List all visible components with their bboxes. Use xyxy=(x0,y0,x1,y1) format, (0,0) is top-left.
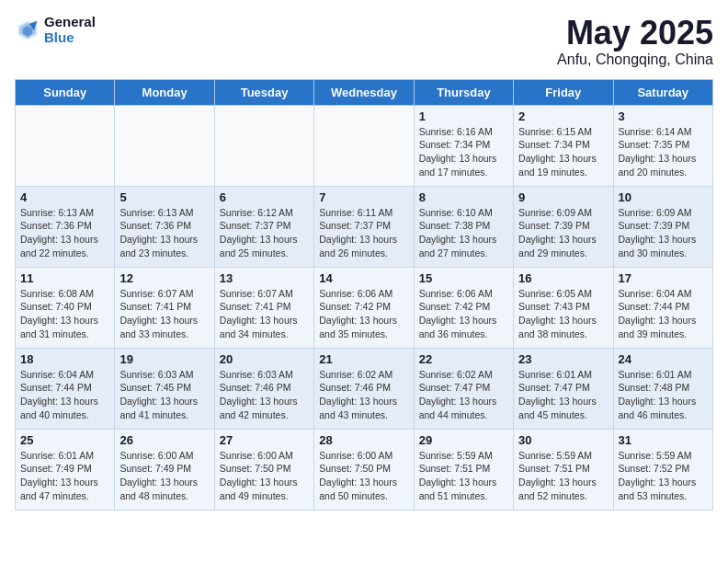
logo-icon xyxy=(15,17,40,43)
day-content: Sunrise: 6:02 AMSunset: 7:47 PMDaylight:… xyxy=(419,368,508,422)
day-number: 19 xyxy=(119,352,209,366)
calendar-header: SundayMondayTuesdayWednesdayThursdayFrid… xyxy=(16,79,713,105)
day-number: 23 xyxy=(518,352,608,366)
calendar-cell: 30Sunrise: 5:59 AMSunset: 7:51 PMDayligh… xyxy=(514,429,613,510)
day-content: Sunrise: 5:59 AMSunset: 7:51 PMDaylight:… xyxy=(518,449,608,503)
day-number: 24 xyxy=(619,352,708,366)
day-content: Sunrise: 6:07 AMSunset: 7:41 PMDaylight:… xyxy=(119,287,209,341)
day-header-saturday: Saturday xyxy=(613,79,712,105)
day-content: Sunrise: 6:10 AMSunset: 7:38 PMDaylight:… xyxy=(419,206,508,260)
day-content: Sunrise: 6:09 AMSunset: 7:39 PMDaylight:… xyxy=(518,206,608,260)
calendar-week-2: 4Sunrise: 6:13 AMSunset: 7:36 PMDaylight… xyxy=(16,186,713,267)
calendar-cell: 21Sunrise: 6:02 AMSunset: 7:46 PMDayligh… xyxy=(314,348,414,429)
day-content: Sunrise: 6:04 AMSunset: 7:44 PMDaylight:… xyxy=(619,287,708,341)
day-number: 16 xyxy=(518,271,608,285)
calendar-cell: 12Sunrise: 6:07 AMSunset: 7:41 PMDayligh… xyxy=(115,267,214,348)
day-content: Sunrise: 6:00 AMSunset: 7:50 PMDaylight:… xyxy=(319,449,408,503)
day-number: 11 xyxy=(20,271,109,285)
calendar-cell: 16Sunrise: 6:05 AMSunset: 7:43 PMDayligh… xyxy=(514,267,613,348)
header-row: SundayMondayTuesdayWednesdayThursdayFrid… xyxy=(16,79,713,105)
calendar-body: 1Sunrise: 6:16 AMSunset: 7:34 PMDaylight… xyxy=(16,105,713,510)
day-content: Sunrise: 6:07 AMSunset: 7:41 PMDaylight:… xyxy=(220,287,309,341)
day-content: Sunrise: 6:01 AMSunset: 7:47 PMDaylight:… xyxy=(518,368,608,422)
logo-general-text: General xyxy=(44,15,96,30)
calendar-cell: 13Sunrise: 6:07 AMSunset: 7:41 PMDayligh… xyxy=(214,267,313,348)
calendar-week-3: 11Sunrise: 6:08 AMSunset: 7:40 PMDayligh… xyxy=(16,267,713,348)
day-content: Sunrise: 6:09 AMSunset: 7:39 PMDaylight:… xyxy=(619,206,708,260)
day-number: 9 xyxy=(518,190,608,204)
calendar-cell: 7Sunrise: 6:11 AMSunset: 7:37 PMDaylight… xyxy=(314,186,414,267)
title-block: May 2025 Anfu, Chongqing, China xyxy=(557,15,713,68)
day-number: 31 xyxy=(619,433,708,447)
calendar-cell: 4Sunrise: 6:13 AMSunset: 7:36 PMDaylight… xyxy=(16,186,115,267)
day-content: Sunrise: 6:03 AMSunset: 7:45 PMDaylight:… xyxy=(119,368,209,422)
calendar-cell: 15Sunrise: 6:06 AMSunset: 7:42 PMDayligh… xyxy=(414,267,513,348)
day-number: 13 xyxy=(220,271,309,285)
calendar-cell: 27Sunrise: 6:00 AMSunset: 7:50 PMDayligh… xyxy=(214,429,313,510)
day-number: 17 xyxy=(619,271,708,285)
calendar-cell xyxy=(115,105,214,186)
calendar-week-5: 25Sunrise: 6:01 AMSunset: 7:49 PMDayligh… xyxy=(16,429,713,510)
calendar-cell: 8Sunrise: 6:10 AMSunset: 7:38 PMDaylight… xyxy=(414,186,513,267)
day-number: 3 xyxy=(619,109,708,123)
day-content: Sunrise: 5:59 AMSunset: 7:51 PMDaylight:… xyxy=(419,449,508,503)
day-content: Sunrise: 5:59 AMSunset: 7:52 PMDaylight:… xyxy=(619,449,708,503)
day-number: 20 xyxy=(220,352,309,366)
day-number: 30 xyxy=(518,433,608,447)
day-number: 25 xyxy=(20,433,109,447)
calendar-cell: 11Sunrise: 6:08 AMSunset: 7:40 PMDayligh… xyxy=(16,267,115,348)
calendar-cell: 2Sunrise: 6:15 AMSunset: 7:34 PMDaylight… xyxy=(514,105,613,186)
calendar-cell: 14Sunrise: 6:06 AMSunset: 7:42 PMDayligh… xyxy=(314,267,414,348)
day-number: 12 xyxy=(119,271,209,285)
day-number: 2 xyxy=(518,109,608,123)
calendar-cell: 22Sunrise: 6:02 AMSunset: 7:47 PMDayligh… xyxy=(414,348,513,429)
day-number: 8 xyxy=(419,190,508,204)
calendar-cell: 1Sunrise: 6:16 AMSunset: 7:34 PMDaylight… xyxy=(414,105,513,186)
calendar-week-4: 18Sunrise: 6:04 AMSunset: 7:44 PMDayligh… xyxy=(16,348,713,429)
day-content: Sunrise: 6:12 AMSunset: 7:37 PMDaylight:… xyxy=(220,206,309,260)
day-number: 1 xyxy=(419,109,508,123)
day-number: 28 xyxy=(319,433,408,447)
calendar-cell xyxy=(16,105,115,186)
calendar-cell: 17Sunrise: 6:04 AMSunset: 7:44 PMDayligh… xyxy=(613,267,712,348)
logo-text: General Blue xyxy=(44,15,96,45)
day-number: 18 xyxy=(20,352,109,366)
calendar-cell: 23Sunrise: 6:01 AMSunset: 7:47 PMDayligh… xyxy=(514,348,613,429)
day-number: 21 xyxy=(319,352,408,366)
calendar-cell: 31Sunrise: 5:59 AMSunset: 7:52 PMDayligh… xyxy=(613,429,712,510)
day-content: Sunrise: 6:00 AMSunset: 7:49 PMDaylight:… xyxy=(119,449,209,503)
calendar-cell: 29Sunrise: 5:59 AMSunset: 7:51 PMDayligh… xyxy=(414,429,513,510)
calendar-cell: 19Sunrise: 6:03 AMSunset: 7:45 PMDayligh… xyxy=(115,348,214,429)
day-number: 15 xyxy=(419,271,508,285)
day-number: 10 xyxy=(619,190,708,204)
day-header-friday: Friday xyxy=(514,79,613,105)
logo: General Blue xyxy=(15,15,96,45)
day-content: Sunrise: 6:03 AMSunset: 7:46 PMDaylight:… xyxy=(220,368,309,422)
day-number: 27 xyxy=(220,433,309,447)
day-header-wednesday: Wednesday xyxy=(314,79,414,105)
day-header-tuesday: Tuesday xyxy=(214,79,313,105)
calendar-cell: 6Sunrise: 6:12 AMSunset: 7:37 PMDaylight… xyxy=(214,186,313,267)
calendar-cell: 5Sunrise: 6:13 AMSunset: 7:36 PMDaylight… xyxy=(115,186,214,267)
day-content: Sunrise: 6:01 AMSunset: 7:49 PMDaylight:… xyxy=(20,449,109,503)
calendar-cell: 9Sunrise: 6:09 AMSunset: 7:39 PMDaylight… xyxy=(514,186,613,267)
day-number: 4 xyxy=(20,190,109,204)
day-content: Sunrise: 6:13 AMSunset: 7:36 PMDaylight:… xyxy=(119,206,209,260)
calendar-subtitle: Anfu, Chongqing, China xyxy=(557,52,713,68)
day-header-sunday: Sunday xyxy=(16,79,115,105)
day-content: Sunrise: 6:02 AMSunset: 7:46 PMDaylight:… xyxy=(319,368,408,422)
day-content: Sunrise: 6:16 AMSunset: 7:34 PMDaylight:… xyxy=(419,125,508,179)
day-content: Sunrise: 6:11 AMSunset: 7:37 PMDaylight:… xyxy=(319,206,408,260)
calendar-cell xyxy=(314,105,414,186)
calendar-cell: 18Sunrise: 6:04 AMSunset: 7:44 PMDayligh… xyxy=(16,348,115,429)
day-number: 5 xyxy=(119,190,209,204)
calendar-cell: 3Sunrise: 6:14 AMSunset: 7:35 PMDaylight… xyxy=(613,105,712,186)
day-content: Sunrise: 6:04 AMSunset: 7:44 PMDaylight:… xyxy=(20,368,109,422)
calendar-week-1: 1Sunrise: 6:16 AMSunset: 7:34 PMDaylight… xyxy=(16,105,713,186)
day-header-thursday: Thursday xyxy=(414,79,513,105)
calendar-table: SundayMondayTuesdayWednesdayThursdayFrid… xyxy=(15,79,713,511)
calendar-cell: 10Sunrise: 6:09 AMSunset: 7:39 PMDayligh… xyxy=(613,186,712,267)
logo-blue-text: Blue xyxy=(44,30,96,46)
calendar-title: May 2025 xyxy=(557,15,713,52)
day-content: Sunrise: 6:05 AMSunset: 7:43 PMDaylight:… xyxy=(518,287,608,341)
